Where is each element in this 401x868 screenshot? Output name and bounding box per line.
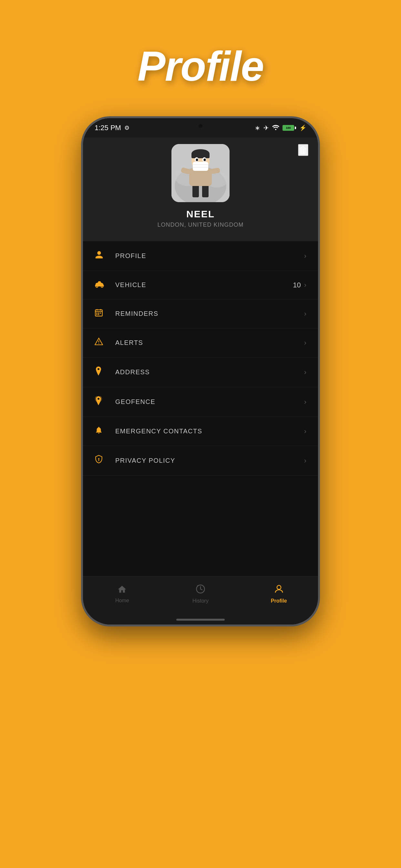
battery-indicator: 100 <box>282 125 296 131</box>
history-icon <box>196 584 205 596</box>
camera-notch <box>198 124 203 128</box>
wifi-icon <box>272 124 279 132</box>
menu-label-privacy-policy: PRIVACY POLICY <box>115 457 304 464</box>
bluetooth-icon: ∗ <box>255 124 260 132</box>
geofence-icon <box>95 396 109 407</box>
menu-item-alerts[interactable]: ALERTS › <box>83 329 318 358</box>
svg-rect-18 <box>193 162 208 171</box>
chevron-right-icon: › <box>304 427 306 436</box>
svg-rect-25 <box>95 285 104 286</box>
vehicle-icon <box>95 280 109 290</box>
person-icon <box>95 250 109 261</box>
nav-item-home[interactable]: Home <box>83 585 161 603</box>
menu-item-privacy-policy[interactable]: PRIVACY POLICY › <box>83 446 318 476</box>
page-title: Profile <box>0 42 401 90</box>
airplane-icon: ✈ <box>264 124 269 132</box>
svg-point-36 <box>98 343 99 344</box>
calendar-icon <box>95 308 109 319</box>
status-time: 1:25 PM <box>95 124 121 132</box>
home-icon <box>117 585 127 596</box>
home-bar <box>176 619 225 621</box>
svg-rect-13 <box>191 153 210 158</box>
chevron-right-icon: › <box>304 310 306 318</box>
chevron-right-icon: › <box>304 398 306 406</box>
menu-label-vehicle: VEHICLE <box>115 281 293 289</box>
svg-rect-33 <box>96 314 97 315</box>
menu-label-emergency-contacts: EMERGENCY CONTACTS <box>115 428 304 435</box>
menu-label-geofence: GEOFENCE <box>115 398 304 406</box>
settings-icon: ⚙ <box>124 124 129 131</box>
svg-point-17 <box>204 159 206 161</box>
nav-label-profile: Profile <box>271 598 287 604</box>
profile-header: 🗑 <box>83 137 318 241</box>
charging-icon: ⚡ <box>299 124 306 131</box>
address-icon <box>95 367 109 378</box>
nav-label-history: History <box>192 598 209 604</box>
menu-item-vehicle[interactable]: VEHICLE 10 › <box>83 271 318 299</box>
svg-rect-31 <box>98 313 99 314</box>
page-title-wrap: Profile <box>0 0 401 116</box>
menu-label-reminders: REMINDERS <box>115 310 304 317</box>
svg-point-0 <box>275 129 276 130</box>
phone-shell: 1:25 PM ⚙ ∗ ✈ 100 ⚡ <box>81 116 320 626</box>
menu-item-profile[interactable]: PROFILE › <box>83 241 318 271</box>
chevron-right-icon: › <box>304 368 306 376</box>
svg-rect-32 <box>100 313 101 314</box>
bottom-nav: Home History <box>83 576 318 615</box>
chevron-right-icon: › <box>304 457 306 465</box>
bell-icon <box>95 426 109 437</box>
menu-item-geofence[interactable]: GEOFENCE › <box>83 387 318 417</box>
chevron-right-icon: › <box>304 252 306 260</box>
avatar <box>172 144 229 202</box>
chevron-right-icon: › <box>304 339 306 347</box>
profile-name: NEEL <box>186 209 215 220</box>
menu-item-reminders[interactable]: REMINDERS › <box>83 299 318 329</box>
svg-point-41 <box>277 585 281 590</box>
delete-button[interactable]: 🗑 <box>298 144 308 156</box>
vehicle-badge: 10 <box>293 281 301 289</box>
menu-label-address: ADDRESS <box>115 368 304 376</box>
menu-item-emergency-contacts[interactable]: EMERGENCY CONTACTS › <box>83 417 318 446</box>
profile-icon <box>274 584 284 596</box>
svg-rect-30 <box>96 313 97 314</box>
menu-item-address[interactable]: ADDRESS › <box>83 358 318 387</box>
alert-icon <box>95 337 109 348</box>
menu-list: PROFILE › VEHICLE 10 <box>83 241 318 576</box>
svg-point-38 <box>98 458 99 460</box>
home-indicator <box>83 615 318 624</box>
nav-item-profile[interactable]: Profile <box>240 584 318 604</box>
svg-rect-34 <box>98 314 99 315</box>
nav-label-home: Home <box>115 598 129 603</box>
phone-screen: 1:25 PM ⚙ ∗ ✈ 100 ⚡ <box>83 118 318 624</box>
shield-icon <box>95 455 109 466</box>
svg-rect-7 <box>189 168 212 186</box>
chevron-right-icon: › <box>304 281 306 289</box>
nav-item-history[interactable]: History <box>161 584 240 604</box>
status-bar: 1:25 PM ⚙ ∗ ✈ 100 ⚡ <box>83 118 318 137</box>
svg-rect-39 <box>98 460 99 461</box>
menu-label-profile: PROFILE <box>115 252 304 259</box>
profile-location: LONDON, UNITED KINGDOM <box>157 221 243 228</box>
menu-label-alerts: ALERTS <box>115 339 304 346</box>
svg-point-16 <box>196 159 198 161</box>
